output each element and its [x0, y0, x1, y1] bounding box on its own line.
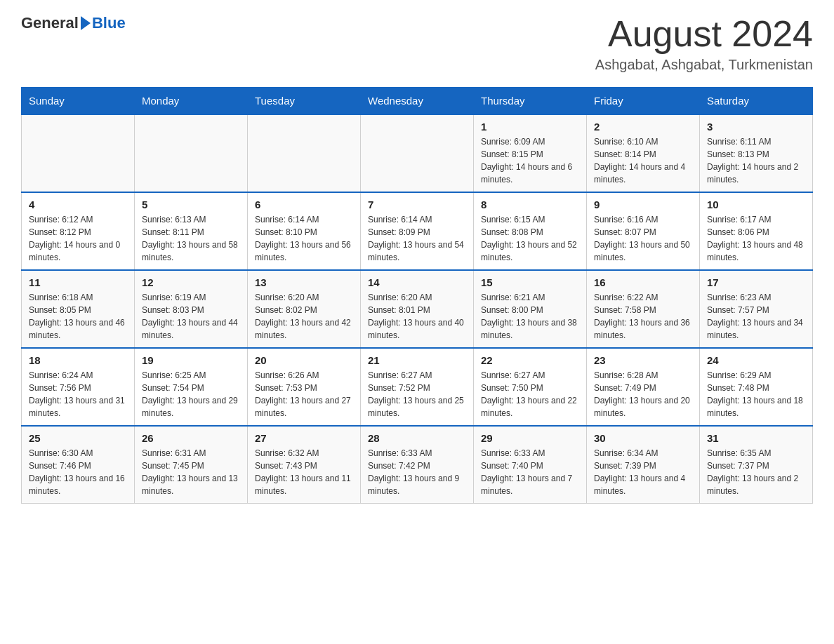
header-monday: Monday	[135, 88, 248, 115]
calendar-cell: 18Sunrise: 6:24 AM Sunset: 7:56 PM Dayli…	[22, 348, 135, 426]
day-info: Sunrise: 6:26 AM Sunset: 7:53 PM Dayligh…	[255, 369, 353, 420]
header-tuesday: Tuesday	[248, 88, 361, 115]
calendar-cell: 14Sunrise: 6:20 AM Sunset: 8:01 PM Dayli…	[361, 270, 474, 348]
day-info: Sunrise: 6:22 AM Sunset: 7:58 PM Dayligh…	[594, 291, 692, 342]
page-header: General Blue August 2024 Ashgabat, Ashga…	[21, 14, 813, 73]
day-number: 6	[255, 199, 353, 210]
calendar-cell: 9Sunrise: 6:16 AM Sunset: 8:07 PM Daylig…	[587, 192, 700, 270]
day-number: 4	[29, 199, 127, 210]
day-number: 18	[29, 354, 127, 366]
calendar-cell: 3Sunrise: 6:11 AM Sunset: 8:13 PM Daylig…	[700, 114, 813, 192]
calendar-cell	[248, 114, 361, 192]
day-number: 10	[707, 199, 805, 210]
day-info: Sunrise: 6:13 AM Sunset: 8:11 PM Dayligh…	[142, 213, 240, 264]
header-thursday: Thursday	[474, 88, 587, 115]
header-saturday: Saturday	[700, 88, 813, 115]
calendar-cell: 19Sunrise: 6:25 AM Sunset: 7:54 PM Dayli…	[135, 348, 248, 426]
day-info: Sunrise: 6:21 AM Sunset: 8:00 PM Dayligh…	[481, 291, 579, 342]
calendar-cell: 6Sunrise: 6:14 AM Sunset: 8:10 PM Daylig…	[248, 192, 361, 270]
calendar-cell: 27Sunrise: 6:32 AM Sunset: 7:43 PM Dayli…	[248, 426, 361, 504]
day-number: 12	[142, 276, 240, 288]
day-number: 28	[368, 432, 466, 444]
day-info: Sunrise: 6:09 AM Sunset: 8:15 PM Dayligh…	[481, 135, 579, 186]
calendar-cell: 23Sunrise: 6:28 AM Sunset: 7:49 PM Dayli…	[587, 348, 700, 426]
header-friday: Friday	[587, 88, 700, 115]
calendar-cell: 24Sunrise: 6:29 AM Sunset: 7:48 PM Dayli…	[700, 348, 813, 426]
calendar-cell: 31Sunrise: 6:35 AM Sunset: 7:37 PM Dayli…	[700, 426, 813, 504]
calendar-cell: 30Sunrise: 6:34 AM Sunset: 7:39 PM Dayli…	[587, 426, 700, 504]
day-info: Sunrise: 6:33 AM Sunset: 7:40 PM Dayligh…	[481, 447, 579, 497]
day-info: Sunrise: 6:20 AM Sunset: 8:02 PM Dayligh…	[255, 291, 353, 342]
calendar-cell: 21Sunrise: 6:27 AM Sunset: 7:52 PM Dayli…	[361, 348, 474, 426]
day-info: Sunrise: 6:12 AM Sunset: 8:12 PM Dayligh…	[29, 213, 127, 264]
calendar-week-row: 1Sunrise: 6:09 AM Sunset: 8:15 PM Daylig…	[22, 114, 813, 192]
location-subtitle: Ashgabat, Ashgabat, Turkmenistan	[595, 57, 813, 73]
day-number: 14	[368, 276, 466, 288]
day-info: Sunrise: 6:14 AM Sunset: 8:09 PM Dayligh…	[368, 213, 466, 264]
day-number: 9	[594, 199, 692, 210]
day-info: Sunrise: 6:34 AM Sunset: 7:39 PM Dayligh…	[594, 447, 692, 497]
calendar-table: SundayMondayTuesdayWednesdayThursdayFrid…	[21, 87, 813, 504]
day-info: Sunrise: 6:31 AM Sunset: 7:45 PM Dayligh…	[142, 447, 240, 497]
calendar-cell	[361, 114, 474, 192]
calendar-cell: 5Sunrise: 6:13 AM Sunset: 8:11 PM Daylig…	[135, 192, 248, 270]
calendar-cell: 11Sunrise: 6:18 AM Sunset: 8:05 PM Dayli…	[22, 270, 135, 348]
header-sunday: Sunday	[22, 88, 135, 115]
calendar-cell: 13Sunrise: 6:20 AM Sunset: 8:02 PM Dayli…	[248, 270, 361, 348]
day-info: Sunrise: 6:14 AM Sunset: 8:10 PM Dayligh…	[255, 213, 353, 264]
day-info: Sunrise: 6:18 AM Sunset: 8:05 PM Dayligh…	[29, 291, 127, 342]
calendar-cell	[22, 114, 135, 192]
day-number: 8	[481, 199, 579, 210]
day-number: 3	[707, 121, 805, 133]
calendar-cell: 4Sunrise: 6:12 AM Sunset: 8:12 PM Daylig…	[22, 192, 135, 270]
day-number: 1	[481, 121, 579, 133]
logo-triangle-icon	[81, 16, 91, 30]
day-info: Sunrise: 6:28 AM Sunset: 7:49 PM Dayligh…	[594, 369, 692, 420]
calendar-header-row: SundayMondayTuesdayWednesdayThursdayFrid…	[22, 88, 813, 115]
calendar-cell: 29Sunrise: 6:33 AM Sunset: 7:40 PM Dayli…	[474, 426, 587, 504]
day-number: 5	[142, 199, 240, 210]
day-number: 19	[142, 354, 240, 366]
calendar-week-row: 18Sunrise: 6:24 AM Sunset: 7:56 PM Dayli…	[22, 348, 813, 426]
day-number: 21	[368, 354, 466, 366]
calendar-cell: 22Sunrise: 6:27 AM Sunset: 7:50 PM Dayli…	[474, 348, 587, 426]
calendar-cell: 26Sunrise: 6:31 AM Sunset: 7:45 PM Dayli…	[135, 426, 248, 504]
logo-blue-text: Blue	[92, 14, 126, 32]
day-info: Sunrise: 6:27 AM Sunset: 7:50 PM Dayligh…	[481, 369, 579, 420]
day-info: Sunrise: 6:23 AM Sunset: 7:57 PM Dayligh…	[707, 291, 805, 342]
calendar-cell: 10Sunrise: 6:17 AM Sunset: 8:06 PM Dayli…	[700, 192, 813, 270]
calendar-cell: 2Sunrise: 6:10 AM Sunset: 8:14 PM Daylig…	[587, 114, 700, 192]
calendar-cell: 12Sunrise: 6:19 AM Sunset: 8:03 PM Dayli…	[135, 270, 248, 348]
day-number: 20	[255, 354, 353, 366]
calendar-cell: 16Sunrise: 6:22 AM Sunset: 7:58 PM Dayli…	[587, 270, 700, 348]
day-info: Sunrise: 6:29 AM Sunset: 7:48 PM Dayligh…	[707, 369, 805, 420]
day-info: Sunrise: 6:25 AM Sunset: 7:54 PM Dayligh…	[142, 369, 240, 420]
day-number: 23	[594, 354, 692, 366]
month-year-title: August 2024	[595, 14, 813, 54]
day-info: Sunrise: 6:35 AM Sunset: 7:37 PM Dayligh…	[707, 447, 805, 497]
day-number: 22	[481, 354, 579, 366]
day-number: 13	[255, 276, 353, 288]
day-info: Sunrise: 6:17 AM Sunset: 8:06 PM Dayligh…	[707, 213, 805, 264]
day-number: 30	[594, 432, 692, 444]
title-block: August 2024 Ashgabat, Ashgabat, Turkmeni…	[595, 14, 813, 73]
calendar-cell	[135, 114, 248, 192]
day-info: Sunrise: 6:10 AM Sunset: 8:14 PM Dayligh…	[594, 135, 692, 186]
day-info: Sunrise: 6:24 AM Sunset: 7:56 PM Dayligh…	[29, 369, 127, 420]
logo: General Blue	[21, 14, 126, 32]
day-number: 7	[368, 199, 466, 210]
day-number: 29	[481, 432, 579, 444]
day-number: 27	[255, 432, 353, 444]
day-number: 26	[142, 432, 240, 444]
day-info: Sunrise: 6:19 AM Sunset: 8:03 PM Dayligh…	[142, 291, 240, 342]
day-number: 24	[707, 354, 805, 366]
day-number: 2	[594, 121, 692, 133]
calendar-cell: 17Sunrise: 6:23 AM Sunset: 7:57 PM Dayli…	[700, 270, 813, 348]
day-info: Sunrise: 6:15 AM Sunset: 8:08 PM Dayligh…	[481, 213, 579, 264]
day-number: 31	[707, 432, 805, 444]
calendar-cell: 15Sunrise: 6:21 AM Sunset: 8:00 PM Dayli…	[474, 270, 587, 348]
day-number: 11	[29, 276, 127, 288]
calendar-week-row: 11Sunrise: 6:18 AM Sunset: 8:05 PM Dayli…	[22, 270, 813, 348]
header-wednesday: Wednesday	[361, 88, 474, 115]
day-number: 25	[29, 432, 127, 444]
